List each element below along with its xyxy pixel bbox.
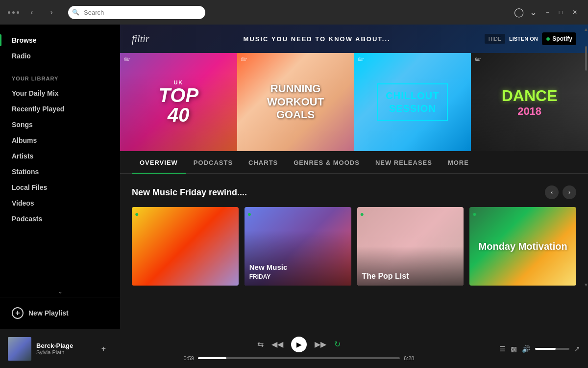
sidebar-scroll-down-icon[interactable]: ⌄ — [58, 288, 63, 295]
section-header: New Music Friday rewind.... ‹ › — [120, 174, 588, 207]
filtr-watermark-1: filtr — [124, 57, 130, 62]
running-bg: filtr RUNNINGWORKOUTGOALS — [237, 53, 354, 151]
sidebar-scroll[interactable]: Browse Radio YOUR LIBRARY Your Daily Mix… — [0, 25, 120, 286]
user-icon[interactable]: ◯ — [514, 7, 524, 18]
titlebar-right: ◯ ⌄ − □ ✕ — [514, 7, 580, 18]
spotify-icon-card1: ● — [135, 210, 139, 218]
player-right-controls: ☰ ▩ 🔊 ↗ — [492, 345, 580, 353]
music-card-1[interactable]: ● — [132, 207, 239, 286]
next-button[interactable]: ▶▶ — [315, 340, 326, 349]
card3-overlay: The Pop List — [357, 246, 464, 286]
track-art — [8, 337, 31, 361]
music-card-2[interactable]: ● New MusicFRIDAY — [245, 207, 351, 286]
spotify-icon-card3: ● — [360, 210, 364, 218]
spotify-badge[interactable]: ● Spotify — [542, 32, 576, 45]
sidebar-item-radio[interactable]: Radio — [0, 48, 120, 64]
main-scrollbar[interactable]: ▲ ▼ — [584, 25, 588, 289]
prev-button[interactable]: ◀◀ — [271, 340, 283, 349]
filtr-logo: filtir — [132, 33, 149, 45]
featured-card-chillout[interactable]: filtr CHILLOUTSESSION — [354, 53, 471, 151]
track-artist: Sylvia Plath — [36, 349, 95, 355]
sidebar-item-daily-mix[interactable]: Your Daily Mix — [0, 85, 120, 101]
forward-button[interactable]: › — [45, 5, 58, 19]
music-card-4[interactable]: ● Monday Motivation — [469, 207, 576, 286]
search-input[interactable] — [68, 6, 205, 19]
fullscreen-icon[interactable]: ↗ — [574, 345, 580, 353]
listen-on-label: LISTEN ON — [509, 36, 538, 42]
devices-icon[interactable]: ▩ — [511, 345, 517, 353]
player-controls: ⇆ ◀◀ ▶ ▶▶ ↻ 0:59 6:28 — [114, 337, 484, 361]
track-name: Berck-Plage — [36, 342, 95, 349]
dot1 — [8, 11, 10, 14]
sidebar: Browse Radio YOUR LIBRARY Your Daily Mix… — [0, 25, 120, 329]
section-nav: ‹ › — [545, 185, 576, 199]
scrollbar-down-arrow: ▼ — [584, 282, 588, 288]
window-dots — [8, 11, 19, 14]
sidebar-item-browse[interactable]: Browse — [0, 32, 120, 48]
queue-icon[interactable]: ☰ — [499, 345, 506, 353]
tab-overview[interactable]: OVERVIEW — [132, 151, 186, 173]
scrollbar-thumb — [585, 46, 587, 71]
current-time: 0:59 — [176, 355, 194, 361]
search-wrapper — [68, 6, 205, 19]
featured-card-running[interactable]: filtr RUNNINGWORKOUTGOALS — [237, 53, 354, 151]
title-bar: ‹ › ◯ ⌄ − □ ✕ — [0, 0, 588, 25]
sidebar-item-recently-played[interactable]: Recently Played — [0, 101, 120, 117]
dot2 — [12, 11, 15, 14]
dropdown-icon[interactable]: ⌄ — [530, 7, 537, 18]
tab-charts[interactable]: CHARTS — [241, 151, 286, 173]
tab-bar: OVERVIEW PODCASTS CHARTS GENRES & MOODS … — [120, 151, 588, 174]
minimize-button[interactable]: − — [543, 8, 552, 17]
new-playlist-button[interactable]: + New Playlist — [8, 303, 112, 323]
sidebar-item-podcasts[interactable]: Podcasts — [0, 211, 120, 227]
dance-bg: filtr DANCE 2018 — [471, 53, 588, 151]
sidebar-bottom: + New Playlist — [0, 297, 120, 329]
spotify-icon-card2: ● — [247, 210, 251, 218]
tab-new-releases[interactable]: NEW RELEASES — [368, 151, 440, 173]
total-time: 6:28 — [404, 355, 421, 361]
featured-cards-row: filtr UK TOP40 filtr RUNNINGWORKOUTGOALS — [120, 53, 588, 151]
add-to-library-icon[interactable]: + — [101, 344, 106, 353]
player-bar: Berck-Plage Sylvia Plath + ⇆ ◀◀ ▶ ▶▶ ↻ 0… — [0, 329, 588, 368]
sidebar-item-stations[interactable]: Stations — [0, 164, 120, 180]
prev-section-button[interactable]: ‹ — [545, 185, 559, 199]
running-text: RUNNINGWORKOUTGOALS — [259, 75, 332, 129]
volume-icon[interactable]: 🔊 — [522, 345, 530, 353]
repeat-button[interactable]: ↻ — [334, 340, 341, 349]
sidebar-item-artists[interactable]: Artists — [0, 148, 120, 164]
next-section-button[interactable]: › — [563, 185, 576, 199]
sidebar-item-videos[interactable]: Videos — [0, 195, 120, 211]
app-body: Browse Radio YOUR LIBRARY Your Daily Mix… — [0, 25, 588, 329]
close-button[interactable]: ✕ — [569, 8, 580, 17]
progress-row: 0:59 6:28 — [176, 355, 421, 361]
featured-card-uk40[interactable]: filtr UK TOP40 — [120, 53, 237, 151]
music-card-3[interactable]: ● The Pop List — [357, 207, 464, 286]
tab-more[interactable]: MORE — [440, 151, 477, 173]
banner-right: HIDE LISTEN ON ● Spotify — [485, 32, 576, 45]
sidebar-item-local-files[interactable]: Local Files — [0, 180, 120, 195]
tab-podcasts[interactable]: PODCASTS — [186, 151, 241, 173]
filtr-watermark-3: filtr — [358, 57, 364, 62]
sidebar-nav: Browse Radio — [0, 25, 120, 68]
card4-title: Monday Motivation — [479, 241, 567, 252]
featured-card-dance[interactable]: filtr DANCE 2018 — [471, 53, 588, 151]
main-scroll-area[interactable]: filtir MUSIC YOU NEED TO KNOW ABOUT... H… — [120, 25, 588, 329]
sidebar-item-songs[interactable]: Songs — [0, 117, 120, 132]
scrollbar-up-arrow: ▲ — [584, 26, 588, 32]
dance-year: 2018 — [502, 105, 558, 118]
filtr-watermark-2: filtr — [241, 57, 247, 62]
sidebar-item-albums[interactable]: Albums — [0, 132, 120, 148]
maximize-button[interactable]: □ — [556, 8, 565, 17]
spotify-icon: ● — [546, 34, 551, 43]
volume-bar[interactable] — [535, 348, 569, 350]
progress-bar[interactable] — [198, 357, 400, 359]
top40-text: TOP40 — [159, 85, 199, 125]
shuffle-button[interactable]: ⇆ — [257, 340, 264, 349]
tab-genres[interactable]: GENRES & MOODS — [286, 151, 368, 173]
hide-button[interactable]: HIDE — [485, 34, 505, 44]
progress-fill — [198, 357, 226, 359]
track-thumbnail — [8, 337, 31, 361]
play-pause-button[interactable]: ▶ — [291, 337, 307, 352]
back-button[interactable]: ‹ — [25, 5, 39, 19]
chillout-text: CHILLOUTSESSION — [377, 83, 448, 121]
